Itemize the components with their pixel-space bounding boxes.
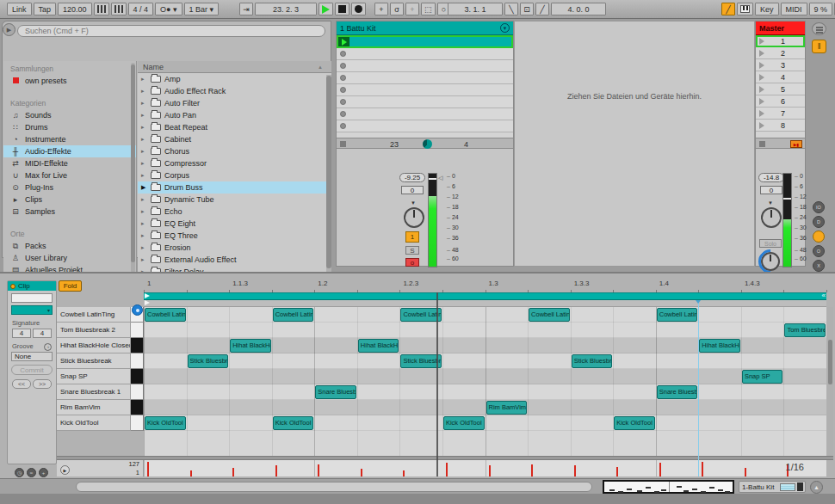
- disclosure-triangle-icon[interactable]: ▸: [141, 124, 147, 131]
- master-solo-button[interactable]: Solo: [759, 239, 782, 248]
- piano-key-black[interactable]: [131, 338, 144, 353]
- insert-marker-line[interactable]: [698, 300, 699, 476]
- automation-arm-button[interactable]: σ: [390, 3, 404, 15]
- browser-collapse-button[interactable]: ▶: [3, 23, 15, 36]
- row-label-cowbell-latinting[interactable]: Cowbell LatinTing: [57, 307, 131, 323]
- sidebar-item-sounds[interactable]: ♫Sounds: [3, 109, 136, 121]
- sidebar-scrollbar[interactable]: [131, 63, 135, 273]
- clip-overview-minimap[interactable]: [603, 480, 734, 494]
- sidebar-item-clips[interactable]: ▸Clips: [3, 194, 136, 206]
- device-row-compressor[interactable]: ▸Compressor: [138, 157, 331, 169]
- scene-slot-2[interactable]: 2: [756, 47, 805, 59]
- mixer-toggle-x[interactable]: X: [813, 260, 825, 272]
- midi-note[interactable]: Kick OldTool: [614, 416, 655, 430]
- device-row-chorus[interactable]: ▸Chorus: [138, 145, 331, 157]
- device-row-auto-pan[interactable]: ▸Auto Pan: [138, 109, 331, 121]
- overview-menu-icon[interactable]: [812, 22, 826, 35]
- tap-tempo-button[interactable]: Tap: [34, 3, 57, 15]
- piano-key-white[interactable]: [131, 353, 144, 369]
- groove-pool-icon[interactable]: ◔: [44, 343, 52, 351]
- clip-slot-empty[interactable]: [337, 72, 513, 84]
- re-enable-automation-button[interactable]: +: [405, 3, 419, 15]
- disclosure-triangle-icon[interactable]: ▸: [141, 220, 147, 227]
- clip-slot-empty[interactable]: [337, 96, 513, 108]
- midi-note[interactable]: Cowbell LatinTing: [145, 308, 186, 322]
- clip-box-toggle-icon[interactable]: ◷: [15, 468, 24, 477]
- clip-stop-icon[interactable]: [340, 87, 346, 93]
- track-menu-icon[interactable]: ▼: [500, 23, 510, 33]
- device-list-scrollbar[interactable]: [326, 75, 331, 278]
- row-label-snare-bluesbreak-1[interactable]: Snare Bluesbreak 1: [57, 384, 131, 400]
- piano-key-black[interactable]: [131, 400, 144, 415]
- sidebar-item-midi-effekte[interactable]: ⇄MIDI-Effekte: [3, 157, 136, 169]
- scene-slot-5[interactable]: 5: [756, 83, 805, 95]
- midi-note[interactable]: Cowbell LatinTing: [657, 308, 698, 322]
- midi-note[interactable]: Cowbell LatinTing: [529, 308, 570, 322]
- disclosure-triangle-icon[interactable]: ▸: [141, 88, 147, 95]
- list-header[interactable]: Name ▲: [138, 61, 331, 73]
- draw-mode-pencil-icon[interactable]: ╱: [721, 3, 735, 15]
- arm-record-button[interactable]: o: [405, 258, 419, 267]
- device-row-cabinet[interactable]: ▸Cabinet: [138, 133, 331, 145]
- velocity-stem[interactable]: [403, 470, 405, 476]
- velocity-preview-icon[interactable]: ▶: [60, 465, 70, 475]
- device-row-dynamic-tube[interactable]: ▸Dynamic Tube: [138, 194, 331, 206]
- device-row-eq-three[interactable]: ▸EQ Three: [138, 230, 331, 242]
- midi-note[interactable]: Kick OldTool: [443, 416, 485, 430]
- notification-icon[interactable]: ▲: [810, 481, 823, 494]
- tools-box-toggle-icon[interactable]: +: [39, 468, 48, 477]
- fold-button[interactable]: Fold: [59, 280, 82, 292]
- quantize-menu[interactable]: 1 Bar ▾: [184, 3, 220, 15]
- device-row-echo[interactable]: ▸Echo: [138, 206, 331, 218]
- mixer-toggle-d[interactable]: D: [813, 216, 825, 228]
- midi-note[interactable]: Stick Bluesbreak: [188, 354, 229, 368]
- midi-note[interactable]: Cowbell LatinTing: [273, 308, 314, 322]
- cue-volume-knob[interactable]: [761, 252, 780, 271]
- midi-note[interactable]: Tom Bluesbreak 2: [784, 323, 826, 337]
- record-button[interactable]: [351, 3, 366, 15]
- disclosure-triangle-icon[interactable]: ▸: [141, 232, 147, 239]
- velocity-stem[interactable]: [659, 463, 661, 476]
- midi-note[interactable]: Hihat BlackHole Closed 2: [230, 339, 271, 353]
- scene-slot-8[interactable]: 8: [756, 120, 805, 132]
- play-button[interactable]: [319, 3, 333, 15]
- disclosure-triangle-icon[interactable]: ▸: [141, 208, 147, 215]
- beat-time-ruler[interactable]: 11.1.31.21.2.31.31.3.31.41.4.3: [144, 277, 826, 292]
- row-label-hihat-blackhole-closed-2[interactable]: Hihat BlackHole Closed 2: [57, 338, 131, 353]
- sidebar-item-plug-ins[interactable]: ⊙Plug-Ins: [3, 181, 136, 194]
- clip-slot-empty[interactable]: [337, 84, 513, 96]
- device-row-eq-eight[interactable]: ▸EQ Eight: [138, 218, 331, 230]
- link-button[interactable]: Link: [7, 3, 32, 15]
- pan-field[interactable]: 0: [401, 186, 424, 194]
- device-row-audio-effect-rack[interactable]: ▸Audio Effect Rack: [138, 85, 331, 97]
- time-signature-field[interactable]: 4 / 4: [128, 3, 154, 15]
- clip-stop-icon[interactable]: [340, 99, 346, 105]
- current-clip-chip[interactable]: 1-Battu Kit: [739, 481, 806, 493]
- piano-key-white[interactable]: [131, 415, 144, 431]
- velocity-stem[interactable]: [489, 465, 491, 476]
- velocity-stem[interactable]: [531, 464, 533, 476]
- loop-switch-icon[interactable]: ⊡: [520, 3, 534, 15]
- scene-slot-1[interactable]: 1: [756, 35, 805, 47]
- metronome-icon[interactable]: [94, 3, 109, 15]
- overdub-button[interactable]: +: [374, 3, 388, 15]
- velocity-stem[interactable]: [361, 469, 362, 476]
- nudge-back-button[interactable]: <<: [12, 379, 31, 389]
- velocity-stem[interactable]: [232, 468, 234, 476]
- scene-slot-7[interactable]: 7: [756, 108, 805, 120]
- scene-slot-4[interactable]: 4: [756, 71, 805, 83]
- commit-groove-button[interactable]: Commit: [11, 365, 53, 375]
- midi-note[interactable]: Snare Bluesbreak 1: [657, 385, 698, 399]
- sidebar-item-own-presets[interactable]: own presets: [3, 75, 136, 87]
- disclosure-triangle-icon[interactable]: ▶: [141, 184, 147, 191]
- groove-amount-button[interactable]: O● ▾: [155, 3, 182, 15]
- pan-knob[interactable]: [404, 207, 424, 228]
- nudge-forward-button[interactable]: >>: [33, 379, 52, 389]
- session-record-button[interactable]: ⬚: [421, 3, 436, 15]
- velocity-stem[interactable]: [190, 470, 192, 476]
- master-track-header[interactable]: Master: [756, 22, 805, 35]
- midi-note[interactable]: Kick OldTool: [145, 416, 186, 430]
- master-stop-icon[interactable]: [759, 141, 765, 147]
- note-grid[interactable]: Cowbell LatinTingCowbell LatinTingCowbel…: [144, 307, 826, 456]
- volume-field[interactable]: -9.25: [399, 173, 425, 182]
